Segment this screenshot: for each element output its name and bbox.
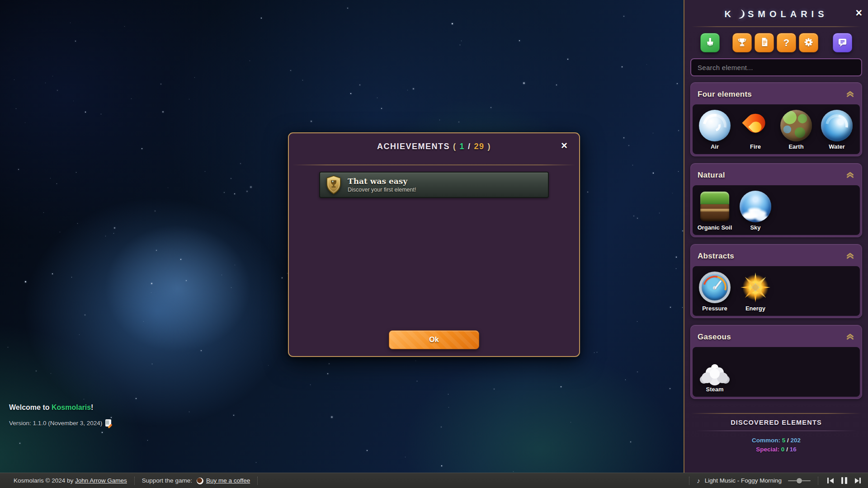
brush-icon	[705, 37, 715, 49]
element-label: Fire	[750, 143, 761, 150]
sky-icon	[740, 191, 771, 222]
previous-track-button[interactable]	[826, 477, 835, 484]
element-tile-fire[interactable]: Fire	[735, 110, 776, 150]
element-panel: Organic Soil Sky	[693, 185, 860, 235]
achievement-description: Discover your first element!	[348, 187, 416, 193]
element-tile-sky[interactable]: Sky	[735, 191, 776, 231]
collapse-button[interactable]	[845, 332, 855, 343]
element-panel: Steam	[693, 347, 860, 397]
gear-icon	[803, 37, 814, 49]
element-label: Air	[711, 143, 719, 150]
collapse-button[interactable]	[845, 170, 855, 181]
next-icon	[859, 478, 861, 483]
help-button[interactable]: ?	[777, 33, 796, 52]
energy-core	[740, 272, 771, 303]
section-abstracts: Abstracts Pressure Energy	[690, 244, 862, 318]
special-count-line: Special: 0 / 16	[690, 445, 862, 454]
organic-soil-icon	[699, 191, 731, 222]
section-header: Natural	[693, 165, 860, 185]
discovered-title: DISCOVERED ELEMENTS	[690, 419, 862, 426]
gold-shield-trophy-icon	[326, 175, 342, 194]
next-icon-triangle	[855, 478, 859, 483]
settings-button[interactable]	[799, 33, 818, 52]
volume-slider[interactable]	[788, 478, 811, 484]
fire-icon	[740, 110, 771, 141]
sidebar: K SMOLARIS × ?	[684, 0, 868, 473]
section-header: Gaseous	[693, 327, 860, 347]
chat-list-icon	[837, 37, 848, 49]
special-count: 0	[781, 446, 785, 453]
common-count: 5	[782, 437, 786, 444]
section-title: Gaseous	[698, 333, 731, 342]
achievements-button[interactable]	[732, 33, 752, 52]
element-label: Earth	[788, 143, 803, 150]
ok-button[interactable]: Ok	[389, 330, 479, 349]
element-label: Steam	[706, 386, 723, 393]
element-tile-air[interactable]: Air	[694, 110, 735, 150]
modal-close-button[interactable]: ×	[558, 140, 570, 151]
logo-row: K SMOLARIS ×	[690, 3, 862, 25]
section-title: Abstracts	[698, 252, 734, 261]
collapse-button[interactable]	[845, 251, 855, 262]
collapse-button[interactable]	[845, 89, 855, 100]
element-tile-organic-soil[interactable]: Organic Soil	[694, 191, 735, 231]
section-four-elements: Four elements Air Fire Earth	[690, 82, 862, 156]
divider	[691, 413, 861, 414]
energy-burst-icon	[740, 272, 771, 303]
pause-button[interactable]	[840, 476, 848, 485]
volume-thumb[interactable]	[797, 478, 802, 483]
question-icon: ?	[783, 37, 789, 49]
version-text: Version: 1.1.0 (November 3, 2024)	[9, 420, 102, 427]
search-input[interactable]	[690, 58, 862, 76]
next-track-button[interactable]	[854, 477, 862, 484]
modal-divider	[292, 164, 576, 165]
element-tile-energy[interactable]: Energy	[735, 272, 776, 312]
clear-canvas-button[interactable]	[700, 33, 720, 52]
section-header: Four elements	[693, 84, 860, 104]
changelog-button[interactable]	[755, 33, 774, 52]
music-note-icon: ♪	[697, 477, 700, 484]
discovered-elements: DISCOVERED ELEMENTS Common: 5 / 202 Spec…	[690, 413, 862, 455]
modal-title: ACHIEVEMENTS(1/29)	[289, 142, 579, 151]
chevron-double-up-icon	[846, 252, 854, 261]
achievement-total: 29	[474, 142, 485, 151]
welcome-message: Welcome to Kosmolaris!	[9, 404, 93, 412]
bottom-bar: Kosmolaris © 2024 by John Arrow Games Su…	[0, 473, 868, 488]
section-gaseous: Gaseous Steam	[690, 325, 862, 399]
achievement-title: That was easy	[348, 177, 416, 186]
divider	[696, 431, 857, 431]
element-tile-pressure[interactable]: Pressure	[694, 272, 735, 312]
steam-cloud-icon	[699, 352, 731, 384]
previous-icon-triangle	[830, 478, 834, 483]
media-controls	[826, 476, 862, 485]
logo-divider	[691, 26, 861, 27]
chevron-double-up-icon	[846, 171, 854, 180]
section-title: Four elements	[698, 90, 752, 99]
common-count-line: Common: 5 / 202	[690, 436, 862, 445]
feedback-button[interactable]	[833, 33, 852, 52]
sidebar-close-button[interactable]: ×	[855, 6, 862, 19]
logo-text-k: K	[724, 9, 735, 19]
section-natural: Natural Organic Soil Sky	[690, 163, 862, 237]
achievements-modal: ACHIEVEMENTS(1/29) ×	[288, 132, 580, 357]
chevron-double-up-icon	[846, 333, 854, 342]
changelog-note-icon[interactable]	[105, 419, 111, 427]
element-label: Energy	[745, 305, 765, 312]
track-name: Light Music - Foggy Morning	[705, 477, 782, 484]
buy-coffee-link[interactable]: Buy me a coffee	[206, 477, 250, 484]
welcome-prefix: Welcome to	[9, 404, 52, 411]
element-label: Water	[829, 143, 845, 150]
divider	[818, 477, 818, 485]
achievement-item: That was easy Discover your first elemen…	[319, 172, 549, 198]
developer-link[interactable]: John Arrow Games	[75, 477, 127, 484]
achievement-count: 1	[459, 142, 465, 151]
music-player: ♪ Light Music - Foggy Morning	[697, 476, 862, 485]
element-tile-steam[interactable]: Steam	[694, 352, 735, 393]
chevron-double-up-icon	[846, 90, 854, 99]
common-separator: /	[787, 437, 789, 444]
element-tile-earth[interactable]: Earth	[776, 110, 816, 150]
earth-icon	[780, 110, 812, 141]
common-label: Common:	[752, 437, 780, 444]
element-tile-water[interactable]: Water	[816, 110, 857, 150]
support-label: Support the game:	[142, 477, 192, 484]
